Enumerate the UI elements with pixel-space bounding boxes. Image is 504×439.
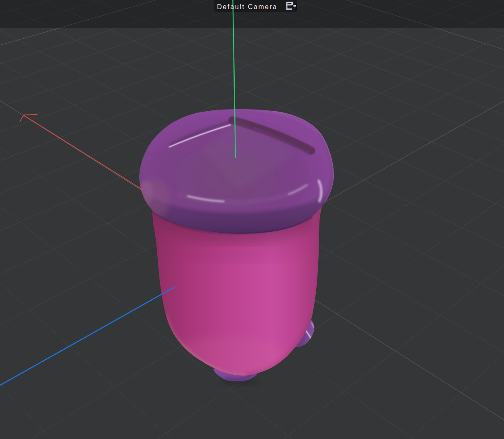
svg-text:Default Camera: Default Camera [217, 3, 278, 10]
